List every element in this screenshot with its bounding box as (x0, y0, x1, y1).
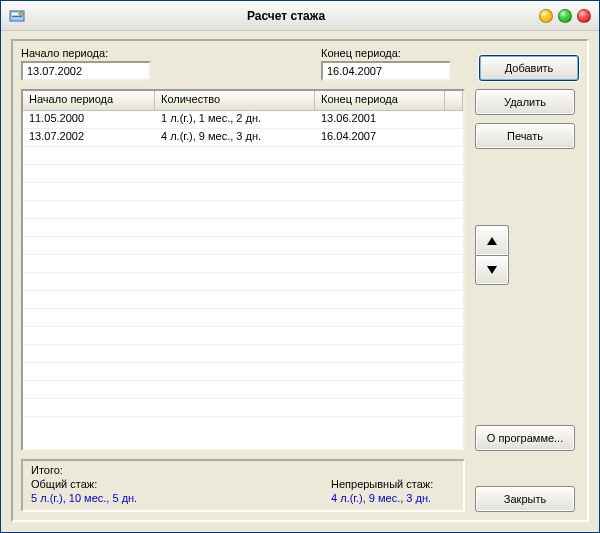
cell-filler (445, 273, 463, 290)
table-row (23, 237, 463, 255)
cell-quantity (155, 237, 315, 254)
table-row (23, 255, 463, 273)
table-row (23, 147, 463, 165)
cell-start (23, 183, 155, 200)
cell-quantity (155, 183, 315, 200)
zoom-button[interactable] (558, 9, 572, 23)
app-icon (9, 8, 25, 24)
cell-quantity: 4 л.(г.), 9 мес., 3 дн. (155, 129, 315, 146)
continuous-stage-label: Непрерывный стаж: (331, 478, 455, 490)
end-period-input[interactable] (321, 61, 451, 81)
continuous-stage-value: 4 л.(г.), 9 мес., 3 дн. (331, 492, 455, 504)
table-row (23, 363, 463, 381)
cell-filler (445, 381, 463, 398)
summary-title: Итого: (31, 464, 455, 476)
cell-end (315, 219, 445, 236)
side-button-column: Удалить Печать О программе... (475, 89, 579, 451)
table-row (23, 309, 463, 327)
window-title: Расчет стажа (33, 9, 539, 23)
cell-quantity (155, 273, 315, 290)
client-area: Начало периода: Конец периода: Добавить … (1, 31, 599, 532)
cell-start (23, 273, 155, 290)
cell-quantity (155, 345, 315, 362)
cell-quantity (155, 399, 315, 416)
svg-rect-1 (12, 13, 18, 15)
cell-end (315, 165, 445, 182)
minimize-button[interactable] (539, 9, 553, 23)
cell-filler (445, 201, 463, 218)
cell-filler (445, 165, 463, 182)
col-header-start[interactable]: Начало периода (23, 91, 155, 110)
cell-start (23, 165, 155, 182)
arrow-up-icon (486, 235, 498, 247)
cell-start (23, 345, 155, 362)
cell-start (23, 237, 155, 254)
cell-quantity (155, 219, 315, 236)
cell-quantity (155, 165, 315, 182)
add-button[interactable]: Добавить (479, 55, 579, 81)
start-period-label: Начало периода: (21, 47, 151, 59)
total-stage-label: Общий стаж: (31, 478, 331, 490)
start-period-input[interactable] (21, 61, 151, 81)
cell-start (23, 147, 155, 164)
cell-quantity (155, 381, 315, 398)
table-row (23, 219, 463, 237)
arrow-down-icon (486, 264, 498, 276)
cell-filler (445, 129, 463, 146)
table-header: Начало периода Количество Конец периода (23, 91, 463, 111)
cell-start (23, 201, 155, 218)
cell-quantity (155, 291, 315, 308)
cell-end (315, 327, 445, 344)
period-input-row: Начало периода: Конец периода: Добавить (21, 47, 579, 81)
svg-marker-5 (487, 266, 497, 274)
col-header-end[interactable]: Конец периода (315, 91, 445, 110)
table-row[interactable]: 13.07.20024 л.(г.), 9 мес., 3 дн.16.04.2… (23, 129, 463, 147)
cell-filler (445, 345, 463, 362)
table-row[interactable]: 11.05.20001 л.(г.), 1 мес., 2 дн.13.06.2… (23, 111, 463, 129)
cell-start (23, 219, 155, 236)
table-row (23, 201, 463, 219)
move-up-button[interactable] (475, 225, 509, 255)
cell-start (23, 291, 155, 308)
app-window: Расчет стажа Начало периода: Конец перио… (0, 0, 600, 533)
table-row (23, 327, 463, 345)
close-window-button[interactable] (577, 9, 591, 23)
move-down-button[interactable] (475, 255, 509, 285)
svg-point-3 (20, 12, 23, 15)
cell-quantity (155, 363, 315, 380)
delete-button[interactable]: Удалить (475, 89, 575, 115)
main-row: Начало периода Количество Конец периода … (21, 89, 579, 451)
cell-filler (445, 255, 463, 272)
print-button[interactable]: Печать (475, 123, 575, 149)
cell-quantity (155, 255, 315, 272)
cell-filler (445, 111, 463, 128)
cell-start: 11.05.2000 (23, 111, 155, 128)
cell-end (315, 309, 445, 326)
svg-marker-4 (487, 237, 497, 245)
cell-start (23, 327, 155, 344)
cell-quantity (155, 327, 315, 344)
table-row (23, 381, 463, 399)
close-button[interactable]: Закрыть (475, 486, 575, 512)
table-row (23, 399, 463, 417)
table-row (23, 273, 463, 291)
titlebar: Расчет стажа (1, 1, 599, 31)
table-body: 11.05.20001 л.(г.), 1 мес., 2 дн.13.06.2… (23, 111, 463, 449)
cell-quantity: 1 л.(г.), 1 мес., 2 дн. (155, 111, 315, 128)
cell-end (315, 363, 445, 380)
cell-start (23, 363, 155, 380)
cell-quantity (155, 309, 315, 326)
start-period-group: Начало периода: (21, 47, 151, 81)
cell-quantity (155, 201, 315, 218)
window-controls (539, 9, 591, 23)
col-header-quantity[interactable]: Количество (155, 91, 315, 110)
cell-filler (445, 291, 463, 308)
total-stage-value: 5 л.(г.), 10 мес., 5 дн. (31, 492, 331, 504)
about-button[interactable]: О программе... (475, 425, 575, 451)
table-row (23, 165, 463, 183)
cell-end (315, 237, 445, 254)
cell-filler (445, 399, 463, 416)
cell-end (315, 183, 445, 200)
cell-start: 13.07.2002 (23, 129, 155, 146)
cell-filler (445, 363, 463, 380)
